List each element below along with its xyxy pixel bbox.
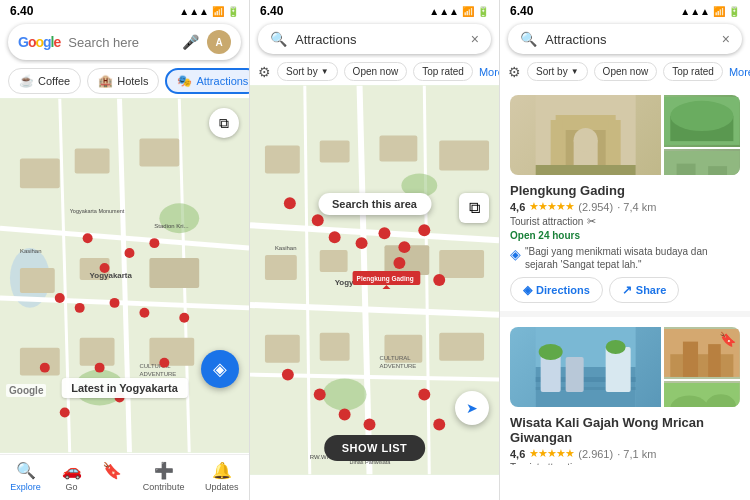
svg-rect-50 — [265, 255, 297, 280]
explore-icon: 🔍 — [16, 461, 36, 480]
svg-rect-53 — [439, 250, 484, 278]
category-bar: ☕ Coffee 🏨 Hotels 🎭 Attractions 🛒 Grocer… — [0, 64, 249, 98]
svg-text:Kasihan: Kasihan — [275, 245, 297, 251]
signal-icon-2: ▲▲▲ — [429, 6, 459, 17]
location-button[interactable]: ◈ — [201, 350, 239, 388]
svg-rect-15 — [149, 338, 194, 366]
contribute-icon: ➕ — [154, 461, 174, 480]
sort-label: Sort by — [286, 66, 318, 77]
result-type-plengkung: Tourist attraction ✂ — [510, 215, 740, 228]
search-area-button[interactable]: Search this area — [318, 193, 431, 215]
result-card-plengkung[interactable]: 🔖 Plengkung Gading 4,6 ★★★★★ (2.954) · 7… — [500, 85, 750, 317]
search-bar-2[interactable]: 🔍 Attractions × — [258, 24, 491, 54]
map-area-1[interactable]: Yogyakarta Kasihan Stadion Kri... Taman … — [0, 98, 249, 453]
mic-icon[interactable]: 🎤 — [182, 34, 199, 50]
google-footer: Google — [6, 384, 46, 397]
svg-point-29 — [55, 293, 65, 303]
cat-hotels[interactable]: 🏨 Hotels — [87, 68, 159, 94]
layers-button[interactable]: ⧉ — [209, 108, 239, 138]
filter-bar-2: ⚙ Sort by ▼ Open now Top rated More — [250, 58, 499, 85]
svg-rect-9 — [139, 139, 179, 167]
reviews-plengkung: (2.954) — [578, 201, 613, 213]
filter-top-rated-3[interactable]: Top rated — [663, 62, 723, 81]
svg-point-33 — [40, 363, 50, 373]
result-card-kali[interactable]: 🔖 Wisata Kali Gajah Wong Mrican Giwangan… — [500, 317, 750, 465]
svg-point-71 — [398, 241, 410, 253]
svg-point-80 — [418, 389, 430, 401]
wifi-icon: 📶 — [212, 6, 224, 17]
layers-icon: ⧉ — [219, 115, 229, 132]
svg-point-81 — [433, 418, 445, 430]
wifi-icon-3: 📶 — [713, 6, 725, 17]
layers-fab-2[interactable]: ⧉ — [459, 193, 489, 223]
wifi-icon-2: 📶 — [462, 6, 474, 17]
filter-open-now-3[interactable]: Open now — [594, 62, 658, 81]
filter-more[interactable]: More — [479, 66, 499, 78]
cat-coffee[interactable]: ☕ Coffee — [8, 68, 81, 94]
nav-go[interactable]: 🚗 Go — [62, 461, 82, 492]
result-rating-kali: 4,6 ★★★★★ (2.961) · 7,1 km — [510, 447, 740, 460]
result-title-kali: Wisata Kali Gajah Wong Mrican Giwangan — [510, 415, 740, 445]
svg-text:Plengkung Gading: Plengkung Gading — [357, 275, 414, 283]
go-icon: 🚗 — [62, 461, 82, 480]
search-bar-1[interactable]: Google Search here 🎤 A — [8, 24, 241, 60]
svg-point-78 — [339, 408, 351, 420]
svg-point-36 — [159, 358, 169, 368]
filter-top-rated[interactable]: Top rated — [413, 62, 473, 81]
location-icon: ◈ — [213, 358, 227, 380]
result-rating-plengkung: 4,6 ★★★★★ (2.954) · 7,4 km — [510, 200, 740, 213]
attractions-icon: 🎭 — [177, 74, 192, 88]
map-area-2[interactable]: Yogyakarta CULTURAL ADVENTURE Kasihan RW… — [250, 85, 499, 475]
avatar[interactable]: A — [207, 30, 231, 54]
svg-point-27 — [83, 233, 93, 243]
search-bar-3[interactable]: 🔍 Attractions × — [508, 24, 742, 54]
save-icon-plengkung[interactable]: 🔖 — [729, 95, 740, 175]
share-label: Share — [636, 284, 667, 296]
svg-rect-99 — [708, 166, 727, 175]
nav-arrow-fab[interactable]: ➤ — [455, 391, 489, 425]
sort-arrow: ▼ — [321, 67, 329, 76]
time-1: 6.40 — [10, 4, 33, 18]
clear-button-2[interactable]: × — [471, 31, 479, 47]
filter-icon-3[interactable]: ⚙ — [508, 64, 521, 80]
filter-sort[interactable]: Sort by ▼ — [277, 62, 338, 81]
result-title-plengkung: Plengkung Gading — [510, 183, 740, 198]
svg-rect-105 — [566, 357, 584, 392]
directions-label: Directions — [536, 284, 590, 296]
filter-sort-3[interactable]: Sort by ▼ — [527, 62, 588, 81]
nav-updates[interactable]: 🔔 Updates — [205, 461, 239, 492]
svg-rect-55 — [320, 333, 350, 361]
svg-text:ADVENTURE: ADVENTURE — [139, 371, 176, 377]
sort-label-3: Sort by — [536, 66, 568, 77]
cat-hotels-label: Hotels — [117, 75, 148, 87]
status-icons-1: ▲▲▲ 📶 🔋 — [179, 6, 239, 17]
time-2: 6.40 — [260, 4, 283, 18]
nav-explore[interactable]: 🔍 Explore — [10, 461, 41, 492]
svg-point-72 — [418, 224, 430, 236]
filter-icon-2[interactable]: ⚙ — [258, 64, 271, 80]
save-icon-kali[interactable]: 🔖 — [719, 331, 736, 403]
nav-contribute[interactable]: ➕ Contribute — [143, 461, 185, 492]
svg-rect-92 — [536, 165, 636, 175]
panel-3-results: 6.40 ▲▲▲ 📶 🔋 🔍 Attractions × ⚙ Sort by ▼… — [500, 0, 750, 500]
panel-2-map-search: 6.40 ▲▲▲ 📶 🔋 🔍 Attractions × ⚙ Sort by ▼… — [250, 0, 500, 500]
stars-kali: ★★★★★ — [529, 447, 574, 460]
share-button-plengkung[interactable]: ↗ Share — [609, 277, 680, 303]
svg-text:Yogyakarta: Yogyakarta — [90, 271, 133, 280]
updates-icon: 🔔 — [212, 461, 232, 480]
filter-open-now[interactable]: Open now — [344, 62, 408, 81]
svg-rect-7 — [20, 158, 60, 188]
nav-explore-label: Explore — [10, 482, 41, 492]
nav-saved[interactable]: 🔖 — [102, 461, 122, 492]
search-text-3: Attractions — [545, 32, 714, 47]
svg-rect-12 — [149, 258, 199, 288]
directions-button-plengkung[interactable]: ◈ Directions — [510, 277, 603, 303]
result-status-plengkung: Open 24 hours — [510, 230, 740, 241]
show-list-button[interactable]: SHOW LIST — [324, 435, 426, 461]
search-placeholder: Search here — [68, 35, 174, 50]
cat-attractions-label: Attractions — [196, 75, 248, 87]
cat-attractions[interactable]: 🎭 Attractions — [165, 68, 249, 94]
action-row-plengkung: ◈ Directions ↗ Share — [510, 277, 740, 303]
svg-rect-10 — [20, 268, 55, 293]
svg-point-76 — [282, 369, 294, 381]
